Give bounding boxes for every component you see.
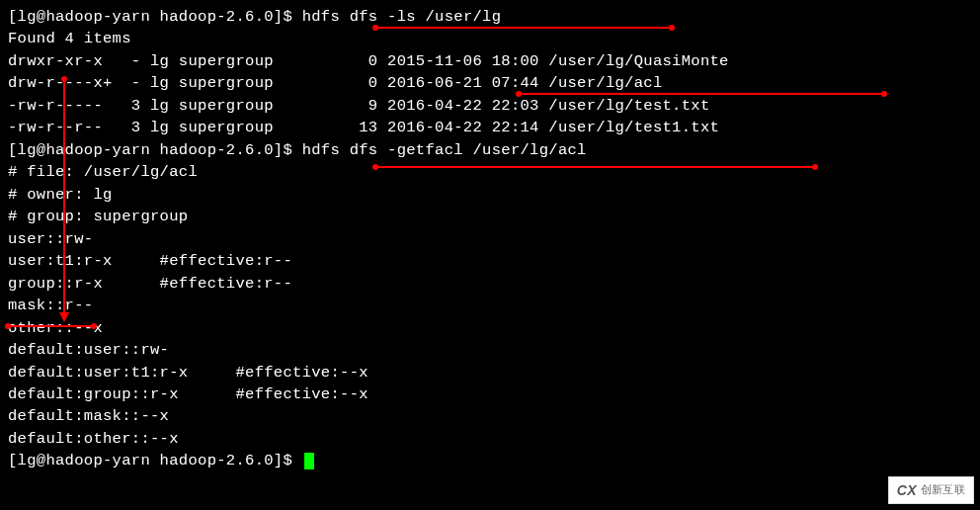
shell-prompt: [lg@hadoop-yarn hadoop-2.6.0]$ bbox=[8, 141, 302, 159]
acl-row: default:group::r-x #effective:--x bbox=[8, 383, 972, 405]
acl-row: other::--x bbox=[8, 317, 972, 339]
ls-row: drw-r----x+ - lg supergroup 0 2016-06-21… bbox=[8, 72, 972, 94]
cursor-block bbox=[304, 453, 314, 469]
prompt-line-1: [lg@hadoop-yarn hadoop-2.6.0]$ hdfs dfs … bbox=[8, 6, 972, 28]
ls-row: -rw-r--r-- 3 lg supergroup 13 2016-04-22… bbox=[8, 117, 972, 138]
prompt-line-2: [lg@hadoop-yarn hadoop-2.6.0]$ hdfs dfs … bbox=[8, 139, 972, 161]
acl-row: user::rw- bbox=[8, 228, 972, 250]
found-items-line: Found 4 items bbox=[8, 28, 972, 49]
terminal-output[interactable]: [lg@hadoop-yarn hadoop-2.6.0]$ hdfs dfs … bbox=[8, 6, 972, 472]
ls-row: -rw-r----- 3 lg supergroup 9 2016-04-22 … bbox=[8, 95, 972, 117]
shell-prompt: [lg@hadoop-yarn hadoop-2.6.0]$ bbox=[8, 8, 302, 26]
watermark-badge: CX 创新互联 bbox=[888, 476, 974, 504]
shell-prompt: [lg@hadoop-yarn hadoop-2.6.0]$ bbox=[8, 452, 302, 469]
watermark-text: 创新互联 bbox=[921, 482, 965, 498]
acl-row: user:t1:r-x #effective:r-- bbox=[8, 250, 972, 272]
acl-row: group::r-x #effective:r-- bbox=[8, 273, 972, 295]
command-text: hdfs dfs -getfacl /user/lg/acl bbox=[302, 141, 587, 159]
acl-row: default:user::rw- bbox=[8, 339, 972, 361]
command-text: hdfs dfs -ls /user/lg bbox=[302, 8, 502, 26]
acl-row: default:user:t1:r-x #effective:--x bbox=[8, 362, 972, 383]
acl-row: default:other::--x bbox=[8, 428, 972, 450]
watermark-logo: CX bbox=[897, 480, 917, 500]
acl-row: # owner: lg bbox=[8, 184, 972, 206]
acl-row: # file: /user/lg/acl bbox=[8, 161, 972, 183]
acl-row: # group: supergroup bbox=[8, 206, 972, 227]
acl-row: mask::r-- bbox=[8, 295, 972, 316]
acl-row: default:mask::--x bbox=[8, 405, 972, 427]
ls-row: drwxr-xr-x - lg supergroup 0 2015-11-06 … bbox=[8, 50, 972, 72]
prompt-line-3[interactable]: [lg@hadoop-yarn hadoop-2.6.0]$ bbox=[8, 450, 972, 471]
